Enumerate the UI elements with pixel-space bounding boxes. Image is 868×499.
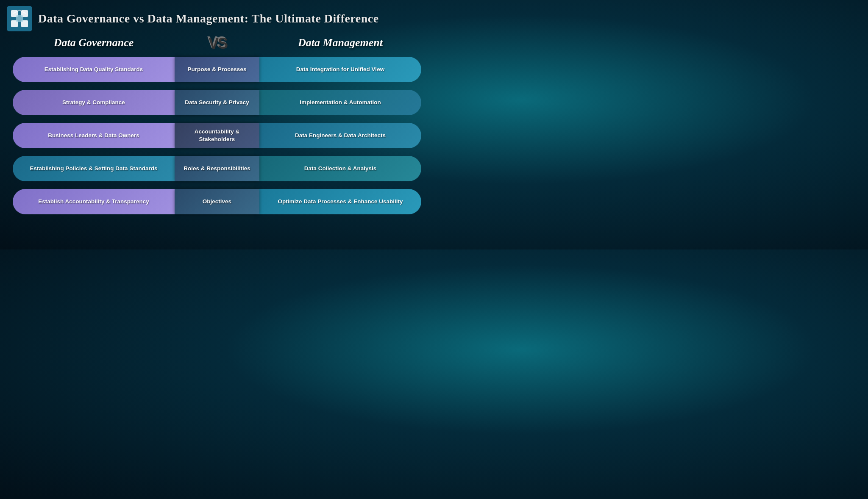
left-column-header: Data Governance xyxy=(13,36,175,49)
row1-right-text: Data Integration for Unified View xyxy=(296,66,384,73)
vs-container: VS xyxy=(175,34,259,52)
table-row: Establishing Policies & Setting Data Sta… xyxy=(13,154,421,183)
row4-right-text: Data Collection & Analysis xyxy=(304,165,377,172)
row5-left-text: Establish Accountability & Transparency xyxy=(38,198,149,205)
columns-header: Data Governance VS Data Management xyxy=(0,34,434,52)
logo xyxy=(7,6,32,31)
row3-left-cell: Business Leaders & Data Owners xyxy=(13,123,175,148)
row1-right-cell: Data Integration for Unified View xyxy=(259,57,421,82)
row1-left-cell: Establishing Data Quality Standards xyxy=(13,57,175,82)
main-title: Data Governance vs Data Management: The … xyxy=(38,12,379,25)
row4-right-cell: Data Collection & Analysis xyxy=(259,156,421,181)
table-row: Business Leaders & Data Owners Accountab… xyxy=(13,121,421,150)
row2-right-cell: Implementation & Automation xyxy=(259,90,421,115)
row2-right-text: Implementation & Automation xyxy=(300,99,381,106)
row2-center-cell: Data Security & Privacy xyxy=(175,90,259,115)
row5-right-text: Optimize Data Processes & Enhance Usabil… xyxy=(278,198,403,205)
governance-title: Data Governance xyxy=(54,36,134,49)
header: Data Governance vs Data Management: The … xyxy=(0,0,434,34)
row2-left-cell: Strategy & Compliance xyxy=(13,90,175,115)
row5-left-cell: Establish Accountability & Transparency xyxy=(13,189,175,214)
row3-center-text: Accountability & Stakeholders xyxy=(179,128,255,143)
row3-right-text: Data Engineers & Data Architects xyxy=(295,132,386,139)
row1-center-cell: Purpose & Processes xyxy=(175,57,259,82)
row4-left-text: Establishing Policies & Setting Data Sta… xyxy=(30,165,158,172)
right-column-header: Data Management xyxy=(259,36,421,49)
row5-center-cell: Objectives xyxy=(175,189,259,214)
row5-right-cell: Optimize Data Processes & Enhance Usabil… xyxy=(259,189,421,214)
row4-left-cell: Establishing Policies & Setting Data Sta… xyxy=(13,156,175,181)
row1-left-text: Establishing Data Quality Standards xyxy=(45,66,143,73)
row4-center-text: Roles & Responsibilities xyxy=(184,165,250,172)
table-row: Strategy & Compliance Data Security & Pr… xyxy=(13,88,421,117)
vs-label: VS xyxy=(208,34,226,52)
row2-center-text: Data Security & Privacy xyxy=(185,99,249,106)
row3-right-cell: Data Engineers & Data Architects xyxy=(259,123,421,148)
row1-center-text: Purpose & Processes xyxy=(188,66,247,73)
row5-center-text: Objectives xyxy=(203,198,231,205)
table-row: Establishing Data Quality Standards Purp… xyxy=(13,55,421,84)
comparison-table: Establishing Data Quality Standards Purp… xyxy=(0,55,434,216)
row3-left-text: Business Leaders & Data Owners xyxy=(48,132,139,139)
table-row: Establish Accountability & Transparency … xyxy=(13,187,421,216)
management-title: Data Management xyxy=(298,36,383,49)
row2-left-text: Strategy & Compliance xyxy=(62,99,125,106)
svg-rect-4 xyxy=(16,15,23,22)
row4-center-cell: Roles & Responsibilities xyxy=(175,156,259,181)
row3-center-cell: Accountability & Stakeholders xyxy=(175,123,259,148)
